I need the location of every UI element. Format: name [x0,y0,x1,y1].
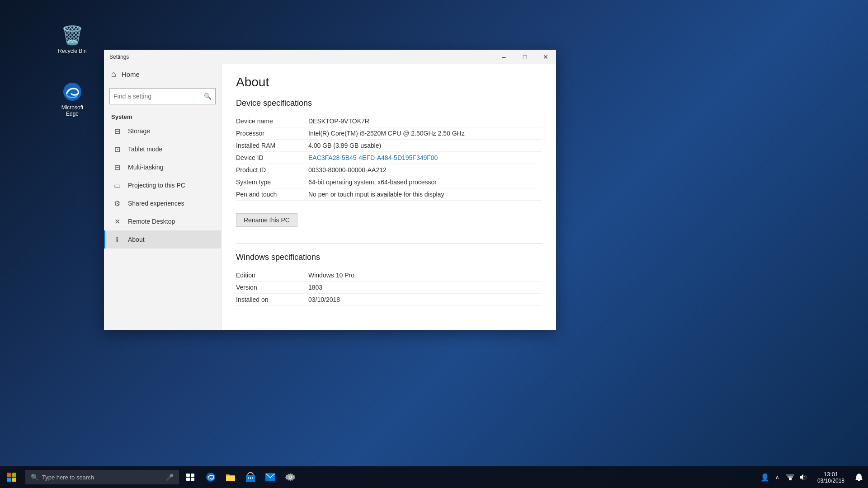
svg-rect-8 [191,478,194,481]
spec-label-device-name: Device name [236,117,308,125]
svg-point-20 [858,480,860,481]
svg-marker-17 [800,474,803,480]
edge-label: MicrosoftEdge [61,104,84,117]
svg-rect-16 [786,474,794,476]
mic-icon: 🎤 [166,474,174,481]
spec-value-edition: Windows 10 Pro [308,272,542,279]
svg-rect-1 [7,473,11,477]
sidebar-item-tablet[interactable]: ⊡ Tablet mode [104,140,221,158]
network-tray-icon[interactable] [785,466,796,488]
spec-label-processor: Processor [236,130,308,137]
svg-rect-4 [12,478,16,482]
home-icon: ⌂ [111,70,116,79]
spec-label-pen-touch: Pen and touch [236,191,308,198]
sidebar-item-about[interactable]: ℹ About [104,230,221,249]
sidebar-item-multitasking[interactable]: ⊟ Multi-tasking [104,158,221,176]
minimize-button[interactable]: – [494,50,514,64]
sidebar-item-storage[interactable]: ⊟ Storage [104,122,221,140]
home-label: Home [122,70,140,78]
notification-button[interactable] [850,466,868,488]
task-view-button[interactable] [181,466,201,488]
search-input[interactable] [113,93,204,100]
spec-label-product-id: Product ID [236,166,308,174]
spec-value-device-id: EAC3FA28-5B45-4EFD-A484-5D195F349F00 [308,154,542,161]
windows-specs-heading: Windows specifications [236,253,542,262]
spec-value-version: 1803 [308,284,542,291]
svg-point-13 [289,476,291,478]
home-button[interactable]: ⌂ Home [104,64,221,84]
sidebar-item-remote[interactable]: ✕ Remote Desktop [104,212,221,230]
storage-label: Storage [128,127,150,135]
main-content: About Device specifications Device name … [222,64,556,330]
page-title: About [236,75,542,89]
svg-rect-15 [788,476,793,478]
spec-label-installed-on: Installed on [236,296,308,303]
maximize-button[interactable]: □ [514,50,535,64]
window-controls: – □ ✕ [494,50,556,64]
recycle-bin-icon[interactable]: 🗑️ Recycle Bin [54,23,90,56]
spec-row-version: Version 1803 [236,282,542,294]
edge-icon[interactable]: MicrosoftEdge [54,79,90,119]
device-specs-heading: Device specifications [236,99,542,108]
settings-window: Settings – □ ✕ ⌂ Home 🔍 [104,50,556,330]
recycle-bin-label: Recycle Bin [58,48,86,54]
projecting-label: Projecting to this PC [128,182,185,189]
file-explorer-taskbar-icon[interactable] [221,466,241,488]
spec-value-ram: 4.00 GB (3.89 GB usable) [308,142,542,149]
settings-taskbar-icon[interactable] [280,466,300,488]
search-placeholder: Type here to search [42,474,94,481]
spec-row-ram: Installed RAM 4.00 GB (3.89 GB usable) [236,140,542,152]
window-content: ⌂ Home 🔍 System ⊟ Storage ⊡ Tablet m [104,64,556,330]
people-tray-icon[interactable]: 👤 [760,466,770,488]
device-specs-table: Device name DESKTOP-9VTOK7R Processor In… [236,115,542,201]
mail-taskbar-icon[interactable] [260,466,280,488]
clock-time: 13:01 [824,471,839,478]
tablet-icon: ⊡ [113,145,122,154]
spec-label-ram: Installed RAM [236,142,308,149]
title-bar: Settings – □ ✕ [104,50,556,64]
pinned-apps [181,466,300,488]
spec-value-installed-on: 03/10/2018 [308,296,542,303]
tablet-label: Tablet mode [128,145,162,153]
svg-rect-5 [186,474,190,477]
svg-rect-3 [7,478,11,482]
spec-row-device-name: Device name DESKTOP-9VTOK7R [236,115,542,127]
storage-icon: ⊟ [113,127,122,136]
close-button[interactable]: ✕ [535,50,556,64]
about-label: About [128,236,145,243]
spec-value-system-type: 64-bit operating system, x64-based proce… [308,178,542,186]
start-button[interactable] [0,466,24,488]
spec-value-processor: Intel(R) Core(TM) i5-2520M CPU @ 2.50GHz… [308,130,542,137]
sidebar: ⌂ Home 🔍 System ⊟ Storage ⊡ Tablet m [104,64,222,330]
taskbar-search[interactable]: 🔍 Type here to search 🎤 [25,470,179,484]
spec-row-edition: Edition Windows 10 Pro [236,269,542,282]
shared-label: Shared experiences [128,200,184,207]
desktop: 🗑️ Recycle Bin MicrosoftEdge Settings – … [0,0,868,488]
svg-rect-14 [789,478,792,480]
svg-rect-7 [186,478,190,481]
rename-pc-button[interactable]: Rename this PC [236,213,297,227]
spec-row-product-id: Product ID 00330-80000-00000-AA212 [236,164,542,176]
multitasking-icon: ⊟ [113,163,122,172]
spec-row-processor: Processor Intel(R) Core(TM) i5-2520M CPU… [236,127,542,140]
search-box: 🔍 [109,88,216,104]
projecting-icon: ▭ [113,181,122,190]
volume-tray-icon[interactable]: ) ) [797,466,808,488]
clock[interactable]: 13:01 03/10/2018 [812,466,850,488]
edge-taskbar-icon[interactable] [201,466,221,488]
spec-label-system-type: System type [236,178,308,186]
search-icon: 🔍 [31,474,38,481]
spec-row-installed-on: Installed on 03/10/2018 [236,294,542,306]
clock-date: 03/10/2018 [817,478,844,484]
store-taskbar-icon[interactable] [241,466,260,488]
sidebar-item-shared[interactable]: ⚙ Shared experiences [104,194,221,212]
shared-icon: ⚙ [113,199,122,208]
remote-icon: ✕ [113,217,122,226]
chevron-tray-icon[interactable]: ∧ [772,466,783,488]
spec-row-device-id: Device ID EAC3FA28-5B45-4EFD-A484-5D195F… [236,152,542,164]
spec-label-edition: Edition [236,272,308,279]
spec-label-device-id: Device ID [236,154,308,161]
sidebar-item-projecting[interactable]: ▭ Projecting to this PC [104,176,221,194]
spec-label-version: Version [236,284,308,291]
taskbar: 🔍 Type here to search 🎤 [0,466,868,488]
